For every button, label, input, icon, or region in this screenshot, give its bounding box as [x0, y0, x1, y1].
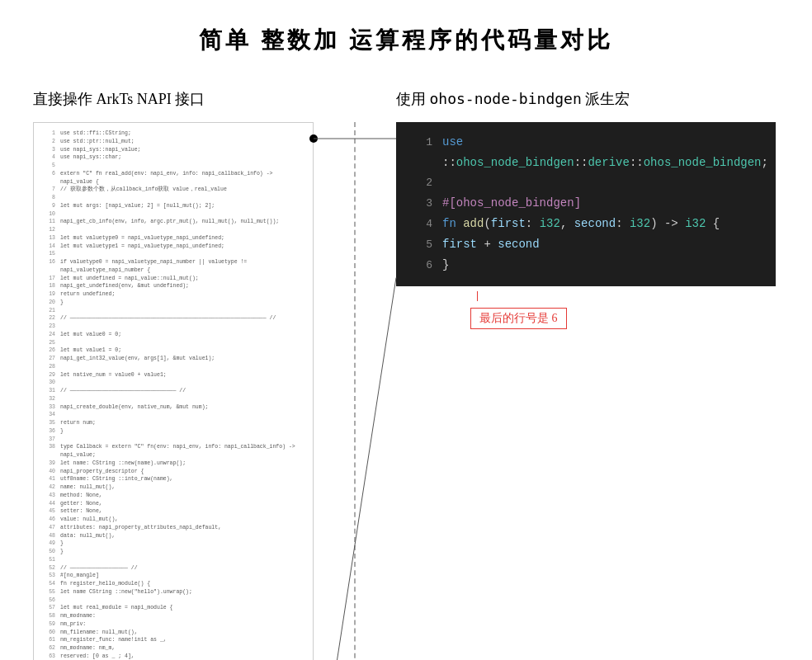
left-code-block: 1use std::ffi::CString;2use std::ptr::nu… — [33, 122, 314, 660]
left-code-line: 8 — [40, 194, 306, 202]
left-code-line: 62 nm_modname: nm_m, — [40, 644, 306, 653]
left-code-line: 55 let name CString ::new("hello").unwra… — [40, 588, 306, 596]
left-code-line: 12 — [40, 226, 306, 234]
left-code-line: 53#[no_mangle] — [40, 572, 306, 580]
left-code-line: 6extern "C" fn real_add(env: napi_env, i… — [40, 170, 306, 186]
left-code-line: 30 — [40, 379, 306, 387]
left-code-line: 9 let mut args: [napi_value; 2] = [null_… — [40, 202, 306, 210]
left-code-line: 10 — [40, 210, 306, 219]
left-code-line: 18 napi_get_undefined(env, &mut undefine… — [40, 282, 306, 290]
left-code-line: 1use std::ffi::CString; — [40, 130, 306, 138]
left-code-line: 23 — [40, 323, 306, 331]
left-code-line: 45 setter: None, — [40, 507, 306, 516]
right-column: 使用 ohos-node-bindgen 派生宏 1use ::ohos_nod… — [380, 89, 795, 329]
left-code-line: 20 } — [40, 299, 306, 307]
left-code-line: 41 utf8name: CString ::into_raw(name), — [40, 475, 306, 483]
left-code-line: 27 napi_get_int32_value(env, args[1], &m… — [40, 355, 306, 363]
right-code-line: 4fn add(first: i32, second: i32) -> i32 … — [409, 214, 762, 234]
left-code-line: 5 — [40, 162, 306, 170]
left-code-line: 33 napi_create_double(env, native_num, &… — [40, 403, 306, 412]
left-code-line: 44 getter: None, — [40, 500, 306, 508]
left-code-line: 24 let mut value0 = 0; — [40, 331, 306, 339]
left-code-line: 11 napi_get_cb_info(env, info, argc.ptr_… — [40, 218, 306, 226]
right-code-block: 1use ::ohos_node_bindgen::derive::ohos_n… — [396, 122, 776, 286]
left-code-line: 60 nm_filename: null_mut(), — [40, 629, 306, 637]
left-code-line: 2use std::ptr::null_mut; — [40, 138, 306, 146]
left-code-line: 46 value: null_mut(), — [40, 516, 306, 524]
right-code-line: 1use ::ohos_node_bindgen::derive::ohos_n… — [409, 132, 762, 173]
left-code-line: 36} — [40, 427, 306, 436]
left-code-line: 14 let mut valuetype1 = napi_valuetype_n… — [40, 243, 306, 251]
left-code-line: 21 — [40, 307, 306, 315]
left-code-line: 34 — [40, 411, 306, 419]
left-code-line: 58 nm_modname: — [40, 612, 306, 620]
left-code-line: 49 } — [40, 540, 306, 548]
left-code-line: 43 method: None, — [40, 492, 306, 500]
right-code-line: 2 — [409, 173, 762, 192]
left-code-line: 22 // ──────────────────────────────────… — [40, 314, 306, 323]
right-code-line: 3#[ohos_node_bindgen] — [409, 193, 762, 214]
left-code-line: 16 if valuetype0 = napi_valuetype_napi_n… — [40, 258, 306, 275]
left-code-line: 57 let mut real_module = napi_module { — [40, 604, 306, 612]
left-code-line: 48 data: null_mut(), — [40, 532, 306, 540]
left-code-line: 50} — [40, 548, 306, 556]
left-code-line: 42 name: null_mut(), — [40, 483, 306, 492]
left-code-line: 19 return undefined; — [40, 290, 306, 299]
left-code-line: 39 let name: CString ::new(name).unwrap(… — [40, 460, 306, 468]
left-code-line: 52// ────────────────── // — [40, 564, 306, 573]
left-code-line: 35 return num; — [40, 419, 306, 427]
dashed-divider — [354, 122, 356, 660]
page-title: 简单 整数加 运算程序的代码量对比 — [0, 0, 812, 73]
left-column: 直接操作 ArkTs NAPI 接口 1use std::ffi::CStrin… — [17, 89, 330, 660]
left-code-line: 37 — [40, 436, 306, 444]
left-code-line: 63 reserved: [0 as _ ; 4], — [40, 653, 306, 660]
left-code-line: 15 — [40, 250, 306, 258]
left-code-line: 29 let native_num = value0 + value1; — [40, 371, 306, 380]
left-code-line: 13 let mut valuetype0 = napi_valuetype_n… — [40, 234, 306, 243]
right-column-header: 使用 ohos-node-bindgen 派生宏 — [396, 89, 630, 109]
left-code-line: 7 // 获取参数个数，从callback_info获取 value，real_… — [40, 186, 306, 194]
left-code-line: 17 let mut undefined = napi_value::null_… — [40, 275, 306, 283]
right-code-line: 5 first + second — [409, 234, 762, 255]
left-column-header: 直接操作 ArkTs NAPI 接口 — [33, 89, 205, 109]
left-code-line: 40 napi_property_descriptor { — [40, 468, 306, 476]
left-code-line: 56 — [40, 596, 306, 605]
left-code-line: 4use napi_sys::char; — [40, 153, 306, 162]
right-annotation-box: 最后的行号是 6 — [470, 308, 567, 329]
left-code-line: 28 — [40, 363, 306, 371]
divider — [330, 89, 380, 660]
left-code-line: 51 — [40, 556, 306, 564]
left-code-line: 61 nm_register_func: name!init as _, — [40, 636, 306, 644]
left-code-line: 26 let mut value1 = 0; — [40, 346, 306, 355]
left-code-line: 25 — [40, 339, 306, 347]
left-code-line: 3use napi_sys::napi_value; — [40, 146, 306, 154]
left-code-line: 38type Callback = extern "C" fn(env: nap… — [40, 443, 306, 460]
right-code-line: 6} — [409, 255, 762, 276]
left-code-line: 32 — [40, 395, 306, 403]
left-code-line: 31 // ───────────────────────────────── … — [40, 387, 306, 395]
left-code-line: 54fn register_hello_module() { — [40, 580, 306, 588]
left-code-line: 47 attributes: napi_property_attributes_… — [40, 524, 306, 532]
left-code-line: 59 nm_priv: — [40, 620, 306, 629]
main-content: 直接操作 ArkTs NAPI 接口 1use std::ffi::CStrin… — [0, 89, 812, 660]
